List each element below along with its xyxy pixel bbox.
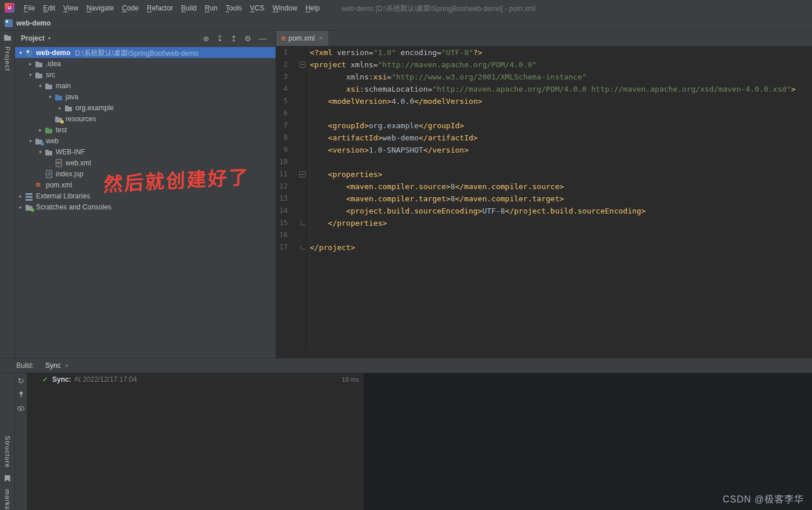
fold-column <box>288 120 310 132</box>
tree-item-web-demo[interactable]: ▾web-demoD:\系统默认\桌面\SpringBoot\web-demo <box>15 47 276 58</box>
sync-result-row[interactable]: ✓ Sync: At 2022/12/17 17:04 18 ms <box>27 373 364 386</box>
fold-start-icon[interactable]: − <box>288 59 310 71</box>
chevron-right-icon[interactable]: ▸ <box>56 105 64 111</box>
tree-item-web-inf[interactable]: ▾WEB-INF <box>15 146 276 157</box>
project-widget-label: web-demo <box>16 19 50 27</box>
menu-item-window[interactable]: Window <box>269 4 302 12</box>
fold-column <box>288 83 310 95</box>
tree-item-label: main <box>56 82 71 90</box>
close-icon[interactable]: × <box>65 362 68 369</box>
tree-item-test[interactable]: ▸test <box>15 124 276 135</box>
tab-pom-xml[interactable]: m pom.xml × <box>276 31 328 46</box>
resources-folder-icon <box>54 114 64 124</box>
main-toolbar: web-demo <box>0 16 812 31</box>
folder-icon <box>44 147 55 157</box>
code-line: 8 <artifactId>web-demo</artifactId> <box>276 132 812 144</box>
line-number: 4 <box>276 83 288 95</box>
code-line: 6 <box>276 107 812 120</box>
stripe-project-button[interactable]: Project <box>4 46 11 71</box>
fold-column <box>288 71 310 83</box>
tree-item-web[interactable]: ▾web <box>15 135 276 146</box>
fold-end-icon[interactable] <box>288 217 310 229</box>
line-number: 14 <box>276 205 288 217</box>
menu-item-run[interactable]: Run <box>201 4 222 12</box>
tree-item-main[interactable]: ▾main <box>15 80 276 91</box>
menu-item-edit[interactable]: Edit <box>39 4 59 12</box>
build-panel-body: ↻ ✓ Sync: At 2022/12/17 17:04 18 ms <box>0 373 812 510</box>
chevron-down-icon[interactable]: ▾ <box>37 83 44 89</box>
line-number: 6 <box>276 107 288 120</box>
fold-start-icon[interactable]: − <box>288 168 310 180</box>
fold-end-icon[interactable] <box>288 241 310 254</box>
maven-file-icon <box>34 180 45 190</box>
test-folder-icon <box>44 125 55 135</box>
menu-item-help[interactable]: Help <box>301 4 324 12</box>
tree-item-label: External Libraries <box>36 192 90 200</box>
code-area[interactable]: 1<?xml version="1.0" encoding="UTF-8"?>2… <box>276 46 812 358</box>
chevron-right-icon[interactable]: ▸ <box>17 193 24 199</box>
chevron-right-icon[interactable]: ▸ <box>17 204 24 210</box>
fold-column <box>288 205 310 217</box>
chevron-down-icon[interactable]: ▾ <box>27 72 34 78</box>
hide-panel-icon[interactable]: — <box>259 34 266 43</box>
project-widget[interactable]: web-demo <box>5 19 50 27</box>
menu-item-build[interactable]: Build <box>177 4 201 12</box>
menu-item-vcs[interactable]: VCS <box>246 4 269 12</box>
code-text: <version>1.0-SNAPSHOT</version> <box>310 144 469 156</box>
tree-item-java[interactable]: ▾java <box>15 91 276 102</box>
project-icon <box>24 48 35 57</box>
project-panel: Project ▾ ⊕↧↥⚙— ▾web-demoD:\系统默认\桌面\Spri… <box>15 31 276 358</box>
pin-icon[interactable] <box>17 390 25 400</box>
tab-sync[interactable]: Sync × <box>45 361 68 370</box>
code-text: </project> <box>310 241 355 254</box>
tree-item-resources[interactable]: resources <box>15 113 276 124</box>
chevron-down-icon[interactable]: ▾ <box>48 35 51 41</box>
code-text: </properties> <box>310 217 387 229</box>
chevron-down-icon[interactable]: ▾ <box>27 138 34 144</box>
menu-item-code[interactable]: Code <box>118 4 143 12</box>
tree-item-org-example[interactable]: ▸org.example <box>15 102 276 113</box>
code-text: <groupId>org.example</groupId> <box>310 120 464 132</box>
project-panel-header: Project ▾ ⊕↧↥⚙— <box>15 31 276 46</box>
project-toolwindow-icon[interactable] <box>3 33 12 42</box>
settings-gear-icon[interactable]: ⚙ <box>244 34 251 43</box>
fold-column <box>288 229 310 241</box>
line-number: 3 <box>276 71 288 83</box>
tab-sync-label: Sync <box>45 361 61 370</box>
gutter-separator <box>310 46 310 350</box>
chevron-down-icon[interactable]: ▾ <box>46 94 54 100</box>
tree-item-label: web <box>46 137 59 145</box>
project-panel-icons: ⊕↧↥⚙— <box>203 34 270 43</box>
eye-icon[interactable] <box>17 405 25 414</box>
project-panel-title[interactable]: Project <box>21 34 45 42</box>
close-icon[interactable]: × <box>319 34 323 42</box>
locate-icon[interactable]: ⊕ <box>203 34 209 43</box>
tree-item-label: .idea <box>46 60 61 68</box>
chevron-down-icon[interactable]: ▾ <box>37 149 44 155</box>
menu-item-navigate[interactable]: Navigate <box>82 4 118 12</box>
line-number: 8 <box>276 132 288 144</box>
tree-item-label: pom.xml <box>46 181 72 189</box>
tree-item--idea[interactable]: ▸.idea <box>15 58 276 69</box>
chevron-down-icon[interactable]: ▾ <box>17 50 24 56</box>
menu-item-refactor[interactable]: Refactor <box>143 4 177 12</box>
code-line: 1<?xml version="1.0" encoding="UTF-8"?> <box>276 46 812 59</box>
tree-item-src[interactable]: ▾src <box>15 69 276 80</box>
tree-item-scratches-and-consoles[interactable]: ▸Scratches and Consoles <box>15 201 276 212</box>
chevron-right-icon[interactable]: ▸ <box>37 127 44 133</box>
menu-item-view[interactable]: View <box>59 4 82 12</box>
resources-folder-badge <box>60 120 64 124</box>
window-title: web-demo [D:\系统默认\桌面\SpringBoot\web-demo… <box>341 3 535 13</box>
expand-all-icon[interactable]: ↧ <box>217 34 223 43</box>
folder-icon <box>44 81 55 91</box>
chevron-right-icon[interactable]: ▸ <box>27 61 34 67</box>
line-number: 5 <box>276 95 288 107</box>
collapse-all-icon[interactable]: ↥ <box>230 34 237 43</box>
java-source-folder-icon <box>54 92 64 102</box>
menu-item-tools[interactable]: Tools <box>222 4 246 12</box>
menu-item-file[interactable]: File <box>20 4 39 12</box>
line-number: 12 <box>276 180 288 193</box>
refresh-icon[interactable]: ↻ <box>18 377 24 385</box>
folder-icon <box>34 59 45 68</box>
line-number: 16 <box>276 229 288 241</box>
